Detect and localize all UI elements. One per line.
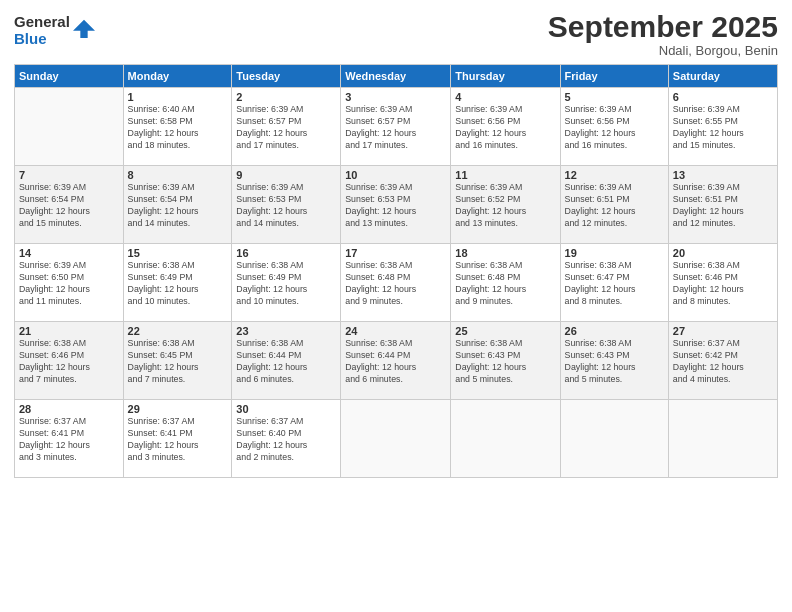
calendar-cell: 30Sunrise: 6:37 AM Sunset: 6:40 PM Dayli…	[232, 400, 341, 478]
day-number: 24	[345, 325, 446, 337]
day-number: 18	[455, 247, 555, 259]
day-number: 25	[455, 325, 555, 337]
day-number: 27	[673, 325, 773, 337]
calendar-cell: 22Sunrise: 6:38 AM Sunset: 6:45 PM Dayli…	[123, 322, 232, 400]
week-row-4: 21Sunrise: 6:38 AM Sunset: 6:46 PM Dayli…	[15, 322, 778, 400]
day-info: Sunrise: 6:39 AM Sunset: 6:50 PM Dayligh…	[19, 260, 119, 308]
calendar-cell: 2Sunrise: 6:39 AM Sunset: 6:57 PM Daylig…	[232, 88, 341, 166]
calendar-cell: 27Sunrise: 6:37 AM Sunset: 6:42 PM Dayli…	[668, 322, 777, 400]
day-number: 26	[565, 325, 664, 337]
day-number: 23	[236, 325, 336, 337]
day-info: Sunrise: 6:39 AM Sunset: 6:56 PM Dayligh…	[565, 104, 664, 152]
weekday-tuesday: Tuesday	[232, 65, 341, 88]
calendar-cell: 17Sunrise: 6:38 AM Sunset: 6:48 PM Dayli…	[341, 244, 451, 322]
day-info: Sunrise: 6:40 AM Sunset: 6:58 PM Dayligh…	[128, 104, 228, 152]
calendar-cell: 21Sunrise: 6:38 AM Sunset: 6:46 PM Dayli…	[15, 322, 124, 400]
day-info: Sunrise: 6:39 AM Sunset: 6:51 PM Dayligh…	[673, 182, 773, 230]
calendar-cell: 7Sunrise: 6:39 AM Sunset: 6:54 PM Daylig…	[15, 166, 124, 244]
day-info: Sunrise: 6:39 AM Sunset: 6:56 PM Dayligh…	[455, 104, 555, 152]
day-info: Sunrise: 6:39 AM Sunset: 6:54 PM Dayligh…	[128, 182, 228, 230]
day-info: Sunrise: 6:38 AM Sunset: 6:49 PM Dayligh…	[128, 260, 228, 308]
calendar-cell: 16Sunrise: 6:38 AM Sunset: 6:49 PM Dayli…	[232, 244, 341, 322]
calendar-cell: 24Sunrise: 6:38 AM Sunset: 6:44 PM Dayli…	[341, 322, 451, 400]
calendar-cell: 23Sunrise: 6:38 AM Sunset: 6:44 PM Dayli…	[232, 322, 341, 400]
calendar-cell: 12Sunrise: 6:39 AM Sunset: 6:51 PM Dayli…	[560, 166, 668, 244]
day-info: Sunrise: 6:38 AM Sunset: 6:47 PM Dayligh…	[565, 260, 664, 308]
calendar-cell: 25Sunrise: 6:38 AM Sunset: 6:43 PM Dayli…	[451, 322, 560, 400]
day-info: Sunrise: 6:37 AM Sunset: 6:41 PM Dayligh…	[19, 416, 119, 464]
calendar-cell	[668, 400, 777, 478]
weekday-monday: Monday	[123, 65, 232, 88]
day-number: 1	[128, 91, 228, 103]
week-row-3: 14Sunrise: 6:39 AM Sunset: 6:50 PM Dayli…	[15, 244, 778, 322]
calendar-cell: 19Sunrise: 6:38 AM Sunset: 6:47 PM Dayli…	[560, 244, 668, 322]
calendar-cell: 3Sunrise: 6:39 AM Sunset: 6:57 PM Daylig…	[341, 88, 451, 166]
day-number: 8	[128, 169, 228, 181]
month-title: September 2025	[548, 10, 778, 43]
day-info: Sunrise: 6:38 AM Sunset: 6:45 PM Dayligh…	[128, 338, 228, 386]
calendar-cell: 10Sunrise: 6:39 AM Sunset: 6:53 PM Dayli…	[341, 166, 451, 244]
week-row-2: 7Sunrise: 6:39 AM Sunset: 6:54 PM Daylig…	[15, 166, 778, 244]
day-number: 11	[455, 169, 555, 181]
page: General Blue September 2025 Ndali, Borgo…	[0, 0, 792, 612]
calendar-cell: 15Sunrise: 6:38 AM Sunset: 6:49 PM Dayli…	[123, 244, 232, 322]
svg-marker-0	[73, 19, 95, 37]
day-number: 29	[128, 403, 228, 415]
logo: General Blue	[14, 14, 95, 47]
day-number: 6	[673, 91, 773, 103]
day-info: Sunrise: 6:39 AM Sunset: 6:53 PM Dayligh…	[345, 182, 446, 230]
day-number: 4	[455, 91, 555, 103]
calendar-cell: 14Sunrise: 6:39 AM Sunset: 6:50 PM Dayli…	[15, 244, 124, 322]
day-info: Sunrise: 6:38 AM Sunset: 6:44 PM Dayligh…	[236, 338, 336, 386]
calendar-cell: 5Sunrise: 6:39 AM Sunset: 6:56 PM Daylig…	[560, 88, 668, 166]
calendar-cell: 26Sunrise: 6:38 AM Sunset: 6:43 PM Dayli…	[560, 322, 668, 400]
day-info: Sunrise: 6:38 AM Sunset: 6:43 PM Dayligh…	[455, 338, 555, 386]
calendar-cell: 8Sunrise: 6:39 AM Sunset: 6:54 PM Daylig…	[123, 166, 232, 244]
day-info: Sunrise: 6:39 AM Sunset: 6:57 PM Dayligh…	[345, 104, 446, 152]
day-number: 7	[19, 169, 119, 181]
day-number: 2	[236, 91, 336, 103]
logo-blue: Blue	[14, 31, 70, 48]
day-number: 3	[345, 91, 446, 103]
day-number: 22	[128, 325, 228, 337]
day-info: Sunrise: 6:39 AM Sunset: 6:53 PM Dayligh…	[236, 182, 336, 230]
calendar-body: 1Sunrise: 6:40 AM Sunset: 6:58 PM Daylig…	[15, 88, 778, 478]
calendar-cell	[451, 400, 560, 478]
title-block: September 2025 Ndali, Borgou, Benin	[548, 10, 778, 58]
day-info: Sunrise: 6:39 AM Sunset: 6:54 PM Dayligh…	[19, 182, 119, 230]
calendar-cell: 13Sunrise: 6:39 AM Sunset: 6:51 PM Dayli…	[668, 166, 777, 244]
calendar-cell	[341, 400, 451, 478]
weekday-thursday: Thursday	[451, 65, 560, 88]
day-number: 5	[565, 91, 664, 103]
calendar-cell: 9Sunrise: 6:39 AM Sunset: 6:53 PM Daylig…	[232, 166, 341, 244]
day-number: 20	[673, 247, 773, 259]
day-number: 15	[128, 247, 228, 259]
header: General Blue September 2025 Ndali, Borgo…	[14, 10, 778, 58]
logo-icon	[73, 16, 95, 38]
day-info: Sunrise: 6:39 AM Sunset: 6:51 PM Dayligh…	[565, 182, 664, 230]
calendar-cell: 28Sunrise: 6:37 AM Sunset: 6:41 PM Dayli…	[15, 400, 124, 478]
day-info: Sunrise: 6:37 AM Sunset: 6:40 PM Dayligh…	[236, 416, 336, 464]
day-info: Sunrise: 6:39 AM Sunset: 6:57 PM Dayligh…	[236, 104, 336, 152]
day-info: Sunrise: 6:38 AM Sunset: 6:46 PM Dayligh…	[673, 260, 773, 308]
day-number: 16	[236, 247, 336, 259]
calendar-cell: 18Sunrise: 6:38 AM Sunset: 6:48 PM Dayli…	[451, 244, 560, 322]
day-info: Sunrise: 6:38 AM Sunset: 6:46 PM Dayligh…	[19, 338, 119, 386]
day-info: Sunrise: 6:38 AM Sunset: 6:43 PM Dayligh…	[565, 338, 664, 386]
day-number: 28	[19, 403, 119, 415]
calendar-cell: 29Sunrise: 6:37 AM Sunset: 6:41 PM Dayli…	[123, 400, 232, 478]
day-number: 9	[236, 169, 336, 181]
day-info: Sunrise: 6:38 AM Sunset: 6:44 PM Dayligh…	[345, 338, 446, 386]
weekday-header-row: SundayMondayTuesdayWednesdayThursdayFrid…	[15, 65, 778, 88]
day-info: Sunrise: 6:39 AM Sunset: 6:52 PM Dayligh…	[455, 182, 555, 230]
week-row-1: 1Sunrise: 6:40 AM Sunset: 6:58 PM Daylig…	[15, 88, 778, 166]
location: Ndali, Borgou, Benin	[548, 43, 778, 58]
calendar-cell	[15, 88, 124, 166]
day-number: 13	[673, 169, 773, 181]
calendar-cell: 1Sunrise: 6:40 AM Sunset: 6:58 PM Daylig…	[123, 88, 232, 166]
weekday-saturday: Saturday	[668, 65, 777, 88]
calendar-cell: 11Sunrise: 6:39 AM Sunset: 6:52 PM Dayli…	[451, 166, 560, 244]
day-number: 19	[565, 247, 664, 259]
day-number: 14	[19, 247, 119, 259]
weekday-wednesday: Wednesday	[341, 65, 451, 88]
